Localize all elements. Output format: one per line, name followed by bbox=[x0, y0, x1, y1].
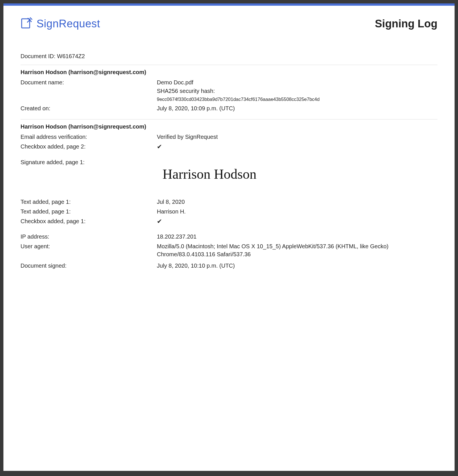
user-agent-label: User agent: bbox=[21, 242, 157, 258]
document-page: SignRequest Signing Log Document ID: W61… bbox=[3, 3, 455, 471]
section-header-creator: Harrison Hodson (harrison@signrequest.co… bbox=[21, 69, 437, 76]
check-icon: ✔ bbox=[157, 143, 162, 150]
signature-label: Signature added, page 1: bbox=[21, 158, 157, 196]
hash-label: SHA256 security hash: bbox=[157, 87, 437, 95]
divider bbox=[21, 119, 437, 119]
document-name-value: Demo Doc.pdf SHA256 security hash: 9ecc0… bbox=[157, 78, 437, 103]
row-document-name: Document name: Demo Doc.pdf SHA256 secur… bbox=[21, 78, 437, 103]
document-id-value: W61674Z2 bbox=[57, 53, 85, 59]
text-page1-date-label: Text added, page 1: bbox=[21, 198, 157, 206]
hash-value: 9ecc0674f330cd03423bba9d7b7201dac734cf61… bbox=[157, 96, 437, 103]
checkbox-page2-label: Checkbox added, page 2: bbox=[21, 143, 157, 151]
row-user-agent: User agent: Mozilla/5.0 (Macintosh; Inte… bbox=[21, 242, 437, 258]
checkbox-page1-value: ✔ bbox=[157, 217, 437, 226]
document-id-label: Document ID: bbox=[21, 53, 55, 59]
document-id: Document ID: W61674Z2 bbox=[21, 53, 437, 60]
row-document-signed: Document signed: July 8, 2020, 10:10 p.m… bbox=[21, 262, 437, 270]
user-agent-value: Mozilla/5.0 (Macintosh; Intel Mac OS X 1… bbox=[157, 242, 437, 258]
signature-image: Harrison Hodson bbox=[157, 158, 437, 196]
email-verification-label: Email address verification: bbox=[21, 133, 157, 141]
svg-rect-0 bbox=[22, 19, 30, 28]
email-verification-value: Verified by SignRequest bbox=[157, 133, 437, 141]
row-signature: Signature added, page 1: Harrison Hodson bbox=[21, 158, 437, 196]
document-signed-label: Document signed: bbox=[21, 262, 157, 270]
row-checkbox-page1: Checkbox added, page 1: ✔ bbox=[21, 217, 437, 226]
text-page1-name-label: Text added, page 1: bbox=[21, 208, 157, 215]
ip-address-value: 18.202.237.201 bbox=[157, 233, 437, 241]
signrequest-icon bbox=[21, 17, 33, 30]
row-checkbox-page2: Checkbox added, page 2: ✔ bbox=[21, 143, 437, 151]
row-text-page1-date: Text added, page 1: Jul 8, 2020 bbox=[21, 198, 437, 206]
header: SignRequest Signing Log bbox=[21, 17, 437, 30]
document-name-label: Document name: bbox=[21, 78, 157, 103]
logo-text: SignRequest bbox=[37, 18, 100, 30]
text-page1-date-value: Jul 8, 2020 bbox=[157, 198, 437, 206]
checkbox-page1-label: Checkbox added, page 1: bbox=[21, 217, 157, 226]
logo: SignRequest bbox=[21, 17, 100, 30]
section-header-signer: Harrison Hodson (harrison@signrequest.co… bbox=[21, 123, 437, 130]
row-text-page1-name: Text added, page 1: Harrison H. bbox=[21, 208, 437, 215]
checkbox-page2-value: ✔ bbox=[157, 143, 437, 151]
row-created-on: Created on: July 8, 2020, 10:09 p.m. (UT… bbox=[21, 104, 437, 112]
check-icon: ✔ bbox=[157, 218, 162, 225]
created-on-label: Created on: bbox=[21, 104, 157, 112]
document-signed-value: July 8, 2020, 10:10 p.m. (UTC) bbox=[157, 262, 437, 270]
signature-value: Harrison Hodson bbox=[157, 158, 437, 196]
divider bbox=[21, 65, 437, 65]
text-page1-name-value: Harrison H. bbox=[157, 208, 437, 215]
ip-address-label: IP address: bbox=[21, 233, 157, 241]
document-name-text: Demo Doc.pdf bbox=[157, 78, 437, 86]
created-on-value: July 8, 2020, 10:09 p.m. (UTC) bbox=[157, 104, 437, 112]
row-email-verification: Email address verification: Verified by … bbox=[21, 133, 437, 141]
page-title: Signing Log bbox=[375, 18, 437, 30]
row-ip-address: IP address: 18.202.237.201 bbox=[21, 233, 437, 241]
